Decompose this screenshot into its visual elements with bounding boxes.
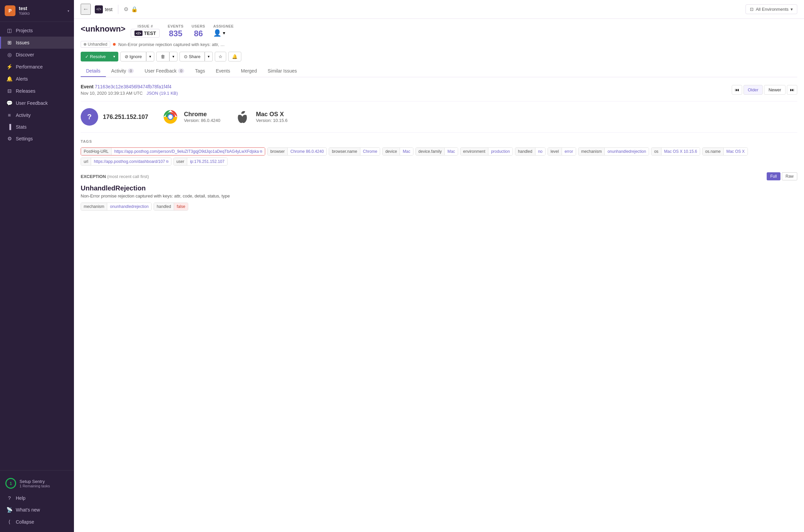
sidebar-item-discover[interactable]: ◎ Discover	[0, 49, 74, 61]
sidebar-item-activity[interactable]: ≡ Activity	[0, 109, 74, 121]
ignore-button[interactable]: ⊘ Ignore	[120, 52, 146, 61]
sidebar-item-label: Help	[16, 495, 25, 501]
bell-button[interactable]: 🔔	[228, 52, 241, 61]
tag-val[interactable]: Chrome 86.0.4240	[288, 148, 326, 155]
tag-user: user ip:176.251.152.107	[173, 157, 227, 166]
tag-val[interactable]: https://app.posthog.com/dashboard/107 ⧉	[91, 158, 171, 165]
exception-raw-button[interactable]: Raw	[782, 172, 797, 180]
tag-val[interactable]: Mac OS X 10.15.6	[661, 148, 700, 155]
tag-val[interactable]: Mac OS X	[724, 148, 748, 155]
tags-grid: PostHog-URL https://app.posthog.com/pers…	[81, 148, 797, 166]
tab-tags[interactable]: Tags	[189, 65, 211, 77]
share-dropdown-button[interactable]: ▾	[205, 52, 213, 61]
tab-merged[interactable]: Merged	[236, 65, 262, 77]
event-newer-button[interactable]: Newer	[764, 85, 786, 95]
event-json-link[interactable]: JSON (19.1 KB)	[147, 91, 178, 96]
tab-similar-issues[interactable]: Similar Issues	[262, 65, 302, 77]
sidebar-item-user-feedback[interactable]: 💬 User Feedback	[0, 97, 74, 109]
org-sub: Yakko	[19, 11, 30, 16]
sidebar-item-help[interactable]: ? Help	[0, 492, 74, 504]
resolve-button[interactable]: ✓ Resolve	[81, 52, 110, 61]
tag-val[interactable]: onunhandledrejection	[605, 148, 649, 155]
tag-val[interactable]: Mac	[400, 148, 413, 155]
assignee-label: ASSIGNEE	[213, 24, 234, 28]
project-name: test	[105, 7, 113, 12]
chrome-info: Chrome Version: 86.0.4240	[162, 108, 220, 126]
org-switcher[interactable]: P test Yakko ▾	[0, 0, 74, 22]
users-count: 86	[191, 29, 205, 38]
issues-icon: ⊞	[6, 40, 13, 46]
ignore-dropdown-button[interactable]: ▾	[146, 52, 154, 61]
issue-title: <unknown>	[81, 24, 125, 34]
lock-icon[interactable]: 🔒	[131, 6, 138, 13]
tag-val[interactable]: https://app.posthog.com/person/D_9eluZIT…	[112, 148, 265, 155]
sidebar-item-performance[interactable]: ⚡ Performance	[0, 61, 74, 73]
activity-icon: ≡	[6, 112, 13, 118]
tag-val[interactable]: no	[535, 148, 545, 155]
tag-browser-name: browser.name Chrome	[329, 148, 380, 155]
tag-mechanism: mechanism onunhandledrejection	[578, 148, 649, 155]
users-label: USERS	[191, 24, 205, 28]
tag-os-name: os.name Mac OS X	[702, 148, 748, 155]
tab-user-feedback[interactable]: User Feedback 0	[139, 65, 189, 77]
content-area: Event 71163e3c12e38456l9474fb78fa1f4f4 N…	[74, 77, 804, 532]
delete-dropdown-button[interactable]: ▾	[169, 52, 178, 61]
sidebar-item-label: User Feedback	[16, 100, 48, 106]
sidebar-item-label: Settings	[16, 136, 33, 141]
event-row: Event 71163e3c12e38456l9474fb78fa1f4f4 N…	[81, 84, 797, 101]
unhandled-label: Unhandled	[88, 42, 107, 47]
org-avatar: P	[5, 5, 16, 16]
share-button[interactable]: ⊙ Share	[180, 52, 205, 61]
env-icon: ⊡	[750, 7, 754, 12]
event-left: Event 71163e3c12e38456l9474fb78fa1f4f4 N…	[81, 84, 178, 96]
tab-details[interactable]: Details	[81, 65, 106, 77]
exception-actions: Full Raw	[767, 172, 797, 180]
env-chevron-icon: ▾	[790, 7, 793, 12]
setup-sentry-item[interactable]: 1 Setup Sentry 1 Remaining tasks	[0, 475, 74, 492]
resolve-group: ✓ Resolve ▾	[81, 52, 118, 61]
tag-val[interactable]: Chrome	[360, 148, 380, 155]
exc-tag-handled: handled false	[153, 203, 188, 211]
tab-user-feedback-badge: 0	[178, 69, 184, 73]
ip-address: 176.251.152.107	[103, 114, 148, 120]
browser-info-row: ? 176.251.152.107	[81, 108, 797, 133]
issue-subtitle-text: Non-Error promise rejection captured wit…	[118, 42, 224, 47]
star-button[interactable]: ☆	[215, 52, 226, 61]
tag-key: PostHog-URL	[81, 148, 112, 155]
sidebar-item-projects[interactable]: ◫ Projects	[0, 24, 74, 37]
assignee-area[interactable]: 👤 ▾	[213, 29, 234, 37]
exception-full-button[interactable]: Full	[767, 172, 781, 180]
settings-icon[interactable]: ⚙	[124, 6, 128, 13]
apple-icon	[234, 108, 251, 126]
event-nav: ⏮ Older Newer ⏭	[732, 85, 797, 95]
sidebar-item-issues[interactable]: ⊞ Issues	[0, 37, 74, 49]
tag-key: handled	[515, 148, 535, 155]
delete-group: 🗑 ▾	[156, 52, 178, 61]
exception-name: UnhandledRejection	[81, 184, 797, 192]
tab-events[interactable]: Events	[211, 65, 236, 77]
sidebar-item-collapse[interactable]: ⟨ Collapse	[0, 516, 74, 528]
tag-val[interactable]: production	[488, 148, 513, 155]
tab-activity[interactable]: Activity 0	[106, 65, 139, 77]
env-selector[interactable]: ⊡ All Environments ▾	[746, 4, 797, 14]
sidebar-item-settings[interactable]: ⚙ Settings	[0, 133, 74, 145]
sidebar-item-whats-new[interactable]: 📡 What's new	[0, 504, 74, 516]
tag-val[interactable]: ip:176.251.152.107	[187, 158, 227, 165]
event-older-button[interactable]: Older	[744, 85, 763, 95]
event-first-button[interactable]: ⏮	[732, 85, 742, 95]
back-button[interactable]: ←	[81, 4, 91, 15]
delete-button[interactable]: 🗑	[156, 52, 169, 61]
sidebar-item-stats[interactable]: ▐ Stats	[0, 121, 74, 133]
ip-icon: ?	[81, 108, 98, 126]
sidebar-item-releases[interactable]: ⊟ Releases	[0, 85, 74, 97]
event-last-button[interactable]: ⏭	[787, 85, 797, 95]
resolve-dropdown-button[interactable]: ▾	[110, 52, 118, 61]
event-id-link[interactable]: 71163e3c12e38456l9474fb78fa1f4f4	[95, 84, 171, 89]
tab-tags-label: Tags	[195, 68, 205, 74]
env-label: All Environments	[755, 7, 788, 12]
project-icon: </>	[95, 5, 103, 14]
tag-val[interactable]: error	[562, 148, 576, 155]
whats-new-icon: 📡	[6, 507, 13, 513]
tag-val[interactable]: Mac	[445, 148, 458, 155]
sidebar-item-alerts[interactable]: 🔔 Alerts	[0, 73, 74, 85]
